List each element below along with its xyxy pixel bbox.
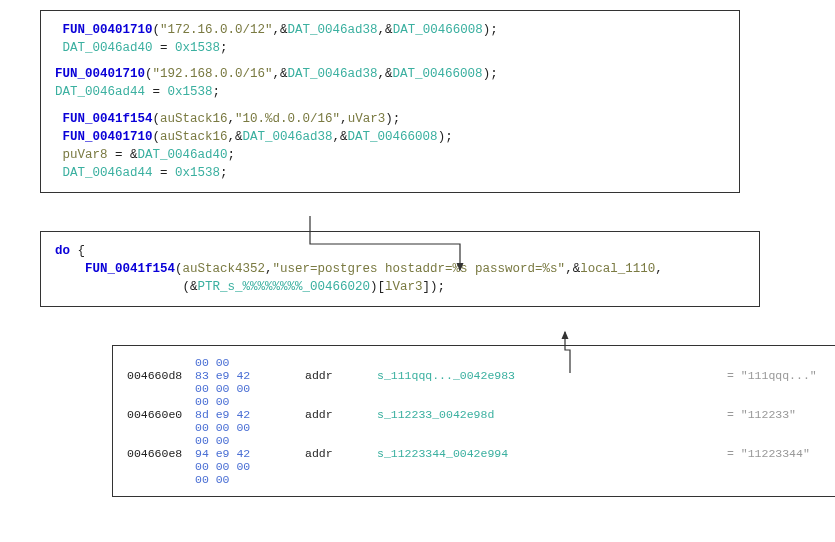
code-line: FUN_00401710(auStack16,&DAT_0046ad38,&DA… xyxy=(55,128,725,146)
code-line: puVar8 = &DAT_0046ad40; xyxy=(55,146,725,164)
table-row: 00 00 xyxy=(127,395,835,408)
func-call: FUN_00401710 xyxy=(63,23,153,37)
code-line: FUN_00401710("172.16.0.0/12",&DAT_0046ad… xyxy=(55,21,725,39)
code-line: DAT_0046ad44 = 0x1538; xyxy=(55,83,725,101)
code-line: FUN_0041f154(auStack4352,"user=postgres … xyxy=(55,260,745,278)
table-row: 00 00 xyxy=(127,356,835,369)
data-block-password-strings: 00 00 004660d8 83 e9 42 addr s_111qqq...… xyxy=(112,345,835,497)
table-row: 00 00 00 xyxy=(127,421,835,434)
table-row: 004660d8 83 e9 42 addr s_111qqq..._0042e… xyxy=(127,369,835,382)
code-block-ip-ranges: FUN_00401710("172.16.0.0/12",&DAT_0046ad… xyxy=(40,10,740,193)
table-row: 00 00 00 xyxy=(127,460,835,473)
table-row: 00 00 xyxy=(127,434,835,447)
code-line: FUN_0041f154(auStack16,"10.%d.0.0/16",uV… xyxy=(55,110,725,128)
table-row: 00 00 00 xyxy=(127,382,835,395)
code-line: DAT_0046ad44 = 0x1538; xyxy=(55,164,725,182)
code-line: (&PTR_s_%%%%%%%%_00466020)[lVar3]); xyxy=(55,278,745,296)
code-line: FUN_00401710("192.168.0.0/16",&DAT_0046a… xyxy=(55,65,725,83)
code-line: do { xyxy=(55,242,745,260)
code-block-connection-string: do { FUN_0041f154(auStack4352,"user=post… xyxy=(40,231,760,307)
table-row: 004660e0 8d e9 42 addr s_112233_0042e98d… xyxy=(127,408,835,421)
code-line: DAT_0046ad40 = 0x1538; xyxy=(55,39,725,57)
table-row: 004660e8 94 e9 42 addr s_11223344_0042e9… xyxy=(127,447,835,460)
table-row: 00 00 xyxy=(127,473,835,486)
